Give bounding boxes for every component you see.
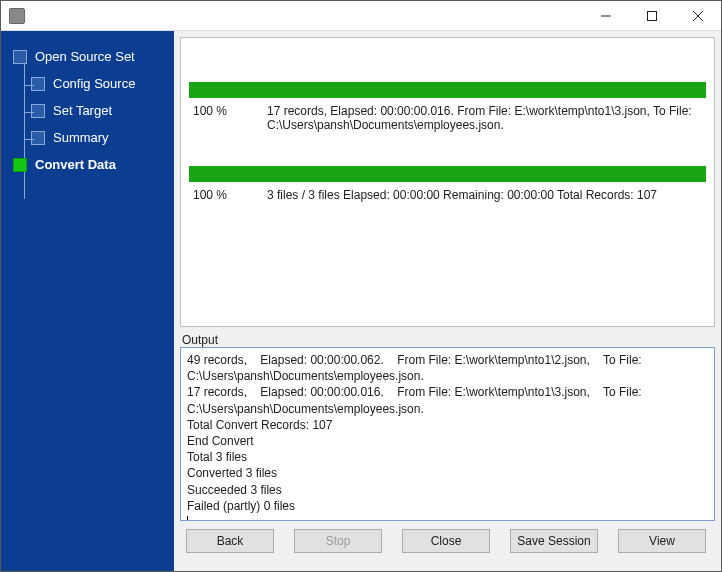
maximize-button[interactable] bbox=[629, 1, 675, 31]
view-button[interactable]: View bbox=[618, 529, 706, 553]
text-cursor bbox=[187, 516, 188, 521]
step-convert-data[interactable]: Convert Data bbox=[1, 151, 174, 178]
step-label: Summary bbox=[53, 130, 109, 145]
window-controls bbox=[583, 1, 721, 31]
button-row: Back Stop Close Save Session View bbox=[180, 521, 715, 557]
titlebar bbox=[1, 1, 721, 31]
step-box-icon bbox=[31, 77, 45, 91]
svg-rect-1 bbox=[648, 11, 657, 20]
close-window-button[interactable] bbox=[675, 1, 721, 31]
step-set-target[interactable]: Set Target bbox=[1, 97, 174, 124]
step-config-source[interactable]: Config Source bbox=[1, 70, 174, 97]
step-label: Open Source Set bbox=[35, 49, 135, 64]
step-box-icon bbox=[31, 104, 45, 118]
save-session-button[interactable]: Save Session bbox=[510, 529, 598, 553]
progress-panel: 100 % 17 records, Elapsed: 00:00:00.016.… bbox=[180, 37, 715, 327]
main-panel: 100 % 17 records, Elapsed: 00:00:00.016.… bbox=[174, 31, 721, 572]
minimize-button[interactable] bbox=[583, 1, 629, 31]
output-label: Output bbox=[180, 333, 715, 347]
step-open-source-set[interactable]: Open Source Set bbox=[1, 43, 174, 70]
step-label: Config Source bbox=[53, 76, 135, 91]
output-text: 49 records, Elapsed: 00:00:00.062. From … bbox=[187, 353, 645, 513]
step-box-icon bbox=[31, 131, 45, 145]
output-textarea[interactable]: 49 records, Elapsed: 00:00:00.062. From … bbox=[180, 347, 715, 521]
overall-progress-percent: 100 % bbox=[193, 188, 253, 202]
step-label: Set Target bbox=[53, 103, 112, 118]
overall-progress-details: 3 files / 3 files Elapsed: 00:00:00 Rema… bbox=[267, 188, 702, 202]
file-progress-bar bbox=[189, 82, 706, 98]
file-progress-percent: 100 % bbox=[193, 104, 253, 132]
stop-button: Stop bbox=[294, 529, 382, 553]
step-label: Convert Data bbox=[35, 157, 116, 172]
wizard-sidebar: Open Source Set Config Source Set Target… bbox=[1, 31, 174, 572]
file-progress-row: 100 % 17 records, Elapsed: 00:00:00.016.… bbox=[189, 98, 706, 136]
overall-progress-row: 100 % 3 files / 3 files Elapsed: 00:00:0… bbox=[189, 182, 706, 206]
step-summary[interactable]: Summary bbox=[1, 124, 174, 151]
overall-progress-bar bbox=[189, 166, 706, 182]
close-button[interactable]: Close bbox=[402, 529, 490, 553]
step-box-icon bbox=[13, 50, 27, 64]
step-box-icon bbox=[13, 158, 27, 172]
back-button[interactable]: Back bbox=[186, 529, 274, 553]
file-progress-details: 17 records, Elapsed: 00:00:00.016. From … bbox=[267, 104, 702, 132]
app-icon bbox=[9, 8, 25, 24]
